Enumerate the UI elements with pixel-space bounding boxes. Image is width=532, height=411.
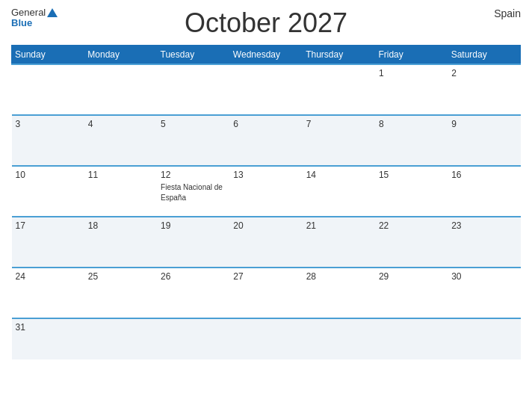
day-number: 29 [379, 271, 444, 282]
calendar-cell: 12Fiesta Nacional de España [157, 166, 229, 217]
day-header-tuesday: Tuesday [157, 46, 229, 65]
calendar-cell: 23 [448, 217, 520, 268]
day-number: 18 [88, 220, 153, 231]
day-number: 4 [88, 119, 153, 129]
calendar-cell [157, 318, 229, 359]
day-number: 19 [161, 220, 226, 231]
day-number: 25 [88, 271, 153, 282]
week-row-2: 3456789 [12, 115, 521, 166]
calendar-cell: 11 [84, 166, 157, 217]
day-number: 1 [379, 68, 444, 78]
calendar-cell: 9 [448, 115, 520, 166]
logo-general-text: General [11, 7, 46, 18]
logo-blue-text: Blue [11, 18, 32, 28]
day-number: 17 [16, 220, 81, 231]
day-number: 21 [306, 220, 371, 231]
calendar-cell: 5 [157, 115, 229, 166]
day-number: 23 [451, 220, 516, 231]
day-number: 8 [379, 119, 444, 129]
week-row-5: 24252627282930 [12, 268, 521, 318]
calendar-cell: 27 [229, 268, 302, 318]
calendar-cell: 10 [12, 166, 84, 217]
calendar-cell: 4 [84, 115, 157, 166]
day-header-sunday: Sunday [12, 46, 84, 65]
calendar-cell [375, 318, 448, 359]
day-header-thursday: Thursday [303, 46, 375, 65]
day-number: 7 [306, 119, 371, 129]
day-number: 15 [379, 170, 444, 180]
day-number: 27 [233, 271, 298, 282]
days-header-row: SundayMondayTuesdayWednesdayThursdayFrid… [12, 46, 521, 65]
day-header-friday: Friday [375, 46, 448, 65]
calendar-cell: 19 [157, 217, 229, 268]
calendar-cell [303, 64, 375, 115]
calendar-cell: 1 [375, 64, 448, 115]
day-header-saturday: Saturday [448, 46, 520, 65]
calendar-cell: 18 [84, 217, 157, 268]
calendar-cell: 31 [12, 318, 84, 359]
day-header-monday: Monday [84, 46, 157, 65]
calendar-cell: 17 [12, 217, 84, 268]
calendar-cell: 29 [375, 268, 448, 318]
calendar-cell: 2 [448, 64, 520, 115]
day-number: 13 [233, 170, 298, 180]
day-number: 6 [233, 119, 298, 129]
day-number: 20 [233, 220, 298, 231]
day-number: 22 [379, 220, 444, 231]
calendar-cell: 15 [375, 166, 448, 217]
calendar-cell: 24 [12, 268, 84, 318]
day-number: 12 [161, 170, 226, 180]
calendar-cell [84, 64, 157, 115]
calendar-cell: 16 [448, 166, 520, 217]
day-number: 16 [451, 170, 516, 180]
calendar-cell: 21 [303, 217, 375, 268]
month-title: October 2027 [185, 7, 347, 39]
calendar-cell: 3 [12, 115, 84, 166]
calendar-cell: 26 [157, 268, 229, 318]
day-number: 3 [16, 119, 81, 129]
calendar-cell [12, 64, 84, 115]
day-number: 11 [88, 170, 153, 180]
calendar-cell: 7 [303, 115, 375, 166]
week-row-1: 12 [12, 64, 521, 115]
calendar-grid: SundayMondayTuesdayWednesdayThursdayFrid… [11, 45, 521, 359]
calendar-cell [157, 64, 229, 115]
calendar-cell: 8 [375, 115, 448, 166]
calendar-cell: 20 [229, 217, 302, 268]
calendar-cell [229, 318, 302, 359]
calendar-cell: 13 [229, 166, 302, 217]
week-row-3: 101112Fiesta Nacional de España13141516 [12, 166, 521, 217]
calendar-cell [448, 318, 520, 359]
day-number: 26 [161, 271, 226, 282]
day-number: 30 [451, 271, 516, 282]
calendar-header: General Blue October 2027 Spain [11, 7, 521, 39]
day-number: 31 [16, 322, 81, 333]
calendar-cell [229, 64, 302, 115]
week-row-6: 31 [12, 318, 521, 359]
event-text: Fiesta Nacional de España [161, 183, 223, 202]
day-number: 10 [16, 170, 81, 180]
calendar-cell [84, 318, 157, 359]
calendar-cell: 30 [448, 268, 520, 318]
day-number: 9 [451, 119, 516, 129]
calendar-container: General Blue October 2027 Spain SundayMo… [0, 0, 532, 411]
week-row-4: 17181920212223 [12, 217, 521, 268]
day-number: 24 [16, 271, 81, 282]
day-number: 2 [451, 68, 516, 78]
calendar-cell: 25 [84, 268, 157, 318]
day-number: 5 [161, 119, 226, 129]
calendar-cell: 14 [303, 166, 375, 217]
day-number: 28 [306, 271, 371, 282]
day-header-wednesday: Wednesday [229, 46, 302, 65]
logo: General Blue [11, 7, 58, 29]
calendar-cell: 28 [303, 268, 375, 318]
calendar-cell: 22 [375, 217, 448, 268]
day-number: 14 [306, 170, 371, 180]
logo-triangle-icon [47, 8, 58, 17]
calendar-cell [303, 318, 375, 359]
calendar-cell: 6 [229, 115, 302, 166]
country-label: Spain [494, 7, 521, 19]
